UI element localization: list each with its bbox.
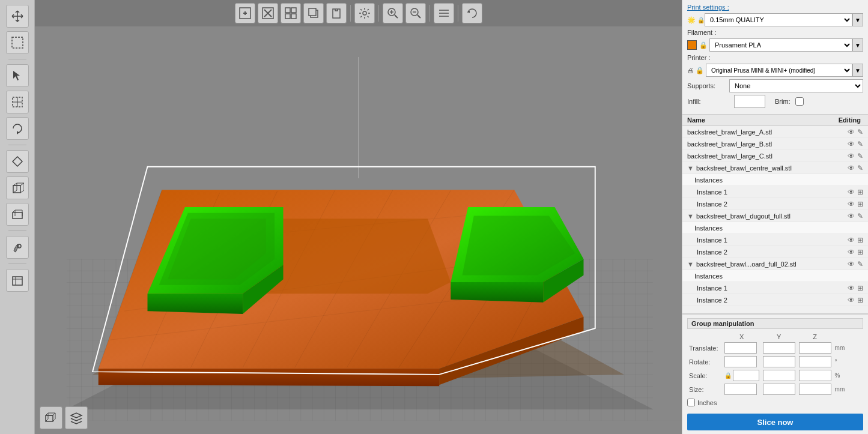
expand-centre-wall[interactable]: ▼ xyxy=(687,164,694,172)
visibility-icon-cw[interactable]: 👁 xyxy=(848,164,855,172)
edit-icon-b[interactable]: ✎ xyxy=(857,140,863,148)
list-item-board-inst2[interactable]: Instance 2 👁 ⊞ xyxy=(682,294,868,306)
svg-line-26 xyxy=(395,15,398,18)
flat-box-btn[interactable] xyxy=(6,203,29,226)
inst-dug-2-icon[interactable]: ⊞ xyxy=(857,248,863,256)
vis-brd-inst1[interactable]: 👁 xyxy=(848,284,855,292)
quality-expand-btn[interactable]: ▼ xyxy=(852,13,863,26)
toolbar-separator-2 xyxy=(8,145,26,145)
printer-select[interactable]: Original Prusa MINI & MINI+ (modified) xyxy=(706,64,852,77)
inst-brd-2-icon[interactable]: ⊞ xyxy=(857,296,863,304)
list-item-dugout-inst1[interactable]: Instance 1 👁 ⊞ xyxy=(682,234,868,246)
print-settings-link[interactable]: Print settings : xyxy=(687,4,729,11)
move-tool-btn[interactable] xyxy=(6,5,29,28)
list-item-board-inst1[interactable]: Instance 1 👁 ⊞ xyxy=(682,282,868,294)
3d-view-btn[interactable] xyxy=(6,269,29,292)
vis-dug-inst1[interactable]: 👁 xyxy=(848,236,855,244)
edit-icon-a[interactable]: ✎ xyxy=(857,128,863,136)
translate-z-input[interactable]: 0 xyxy=(799,342,831,354)
instances-group-centre: Instances xyxy=(682,174,868,186)
cube-tool-btn[interactable] xyxy=(6,176,29,199)
inst-centre-1-icon[interactable]: ⊞ xyxy=(857,188,863,196)
zoom-in-btn[interactable] xyxy=(383,3,403,23)
toolbar-separator-4 xyxy=(8,264,26,264)
rotate-z-input[interactable]: 0 xyxy=(799,356,831,367)
inst-centre-2-icon[interactable]: ⊞ xyxy=(857,200,863,208)
supports-select[interactable]: None xyxy=(729,79,863,92)
size-z-input[interactable]: 58.71 xyxy=(799,384,831,395)
edit-icon-brd[interactable]: ✎ xyxy=(857,260,863,268)
paste-btn[interactable] xyxy=(326,3,347,23)
scale-y-input[interactable]: 100 xyxy=(763,370,795,381)
edit-icon-cw[interactable]: ✎ xyxy=(857,164,863,172)
size-x-input[interactable]: 882.16 xyxy=(724,384,757,395)
paint-tool-btn[interactable] xyxy=(6,236,29,259)
quality-select[interactable]: 0.15mm QUALITY xyxy=(705,13,852,26)
filament-select[interactable]: Prusament PLA xyxy=(709,38,852,52)
scale-z-input[interactable]: 100 xyxy=(799,370,831,381)
group-manipulation-title: Group manipulation xyxy=(687,318,863,329)
edit-icon-c[interactable]: ✎ xyxy=(857,152,863,160)
visibility-icon-b[interactable]: 👁 xyxy=(848,140,855,148)
printer-label: Printer : xyxy=(687,54,729,61)
infill-input[interactable]: 15% xyxy=(734,95,765,108)
layers-view-btn[interactable] xyxy=(65,406,88,429)
rotate-x-input[interactable]: 0 xyxy=(724,356,757,367)
list-item-board[interactable]: ▼ backstreet_brawl...oard_full_02.stl 👁 … xyxy=(682,258,868,270)
vis-centre-inst1[interactable]: 👁 xyxy=(848,188,855,196)
cursor-tool-btn[interactable] xyxy=(6,64,29,87)
rotate-y-input[interactable]: 0 xyxy=(763,356,795,367)
copy-btn[interactable] xyxy=(303,3,324,23)
box-select-btn[interactable] xyxy=(6,91,29,113)
translate-label: Translate: xyxy=(687,341,723,355)
scale-x-input[interactable]: 100 xyxy=(733,370,759,381)
scene-canvas[interactable] xyxy=(35,26,682,434)
translate-x-input[interactable]: 0 xyxy=(724,342,757,354)
brim-checkbox[interactable] xyxy=(795,97,804,106)
inst-dug-1-icon[interactable]: ⊞ xyxy=(857,236,863,244)
viewport[interactable] xyxy=(35,0,682,434)
rotate-tool-btn[interactable] xyxy=(6,117,29,140)
arrange-btn[interactable] xyxy=(281,3,301,23)
list-item-large-b[interactable]: backstreet_brawl_large_B.stl 👁 ✎ xyxy=(682,138,868,150)
list-item-large-a[interactable]: backstreet_brawl_large_A.stl 👁 ✎ xyxy=(682,126,868,138)
visibility-icon-brd[interactable]: 👁 xyxy=(848,260,855,268)
edit-icon-dug[interactable]: ✎ xyxy=(857,212,863,220)
add-object-btn[interactable] xyxy=(235,3,255,23)
vis-dug-inst2[interactable]: 👁 xyxy=(848,248,855,256)
visibility-icon-a[interactable]: 👁 xyxy=(848,128,855,136)
translate-y-input[interactable]: 0 xyxy=(763,342,795,354)
select-tool-btn[interactable] xyxy=(6,31,29,54)
inches-checkbox[interactable] xyxy=(687,399,695,406)
list-item-centre-inst1[interactable]: Instance 1 👁 ⊞ xyxy=(682,186,868,198)
visibility-icon-dug[interactable]: 👁 xyxy=(848,212,855,220)
diamond-tool-btn[interactable] xyxy=(6,150,29,173)
vis-centre-inst2[interactable]: 👁 xyxy=(848,200,855,208)
delete-btn[interactable] xyxy=(258,3,278,23)
settings-btn[interactable] xyxy=(354,3,375,23)
expand-board[interactable]: ▼ xyxy=(687,261,694,268)
slice-button[interactable]: Slice now xyxy=(687,414,863,430)
inst-brd-1-icon[interactable]: ⊞ xyxy=(857,284,863,292)
transform-table: X Y Z Translate: 0 0 0 mm Rotate: 0 0 xyxy=(687,333,863,396)
zoom-out-btn[interactable] xyxy=(405,3,426,23)
size-y-input[interactable]: 442.41 xyxy=(763,384,795,395)
expand-dugout[interactable]: ▼ xyxy=(687,212,694,220)
layers-btn[interactable] xyxy=(434,3,454,23)
top-toolbar xyxy=(35,0,682,26)
list-item-centre-inst2[interactable]: Instance 2 👁 ⊞ xyxy=(682,198,868,210)
list-item-centre-wall[interactable]: ▼ backstreet_brawl_centre_wall.stl 👁 ✎ xyxy=(682,162,868,174)
perspective-view-btn[interactable] xyxy=(40,406,62,429)
list-item-dugout[interactable]: ▼ backstreet_brawl_dugout_full.stl 👁 ✎ xyxy=(682,210,868,222)
inches-row: Inches xyxy=(687,399,863,406)
visibility-icon-c[interactable]: 👁 xyxy=(848,152,855,160)
filament-expand-btn[interactable]: ▼ xyxy=(852,38,863,52)
list-item-dugout-inst2[interactable]: Instance 2 👁 ⊞ xyxy=(682,246,868,258)
vis-brd-inst2[interactable]: 👁 xyxy=(848,296,855,304)
undo-btn[interactable] xyxy=(462,3,482,23)
translate-unit: mm xyxy=(833,341,863,355)
svg-marker-53 xyxy=(99,369,439,386)
list-item-large-c[interactable]: backstreet_brawl_large_C.stl 👁 ✎ xyxy=(682,150,868,162)
toolbar-sep-2 xyxy=(378,5,379,22)
printer-expand-btn[interactable]: ▼ xyxy=(852,64,863,77)
